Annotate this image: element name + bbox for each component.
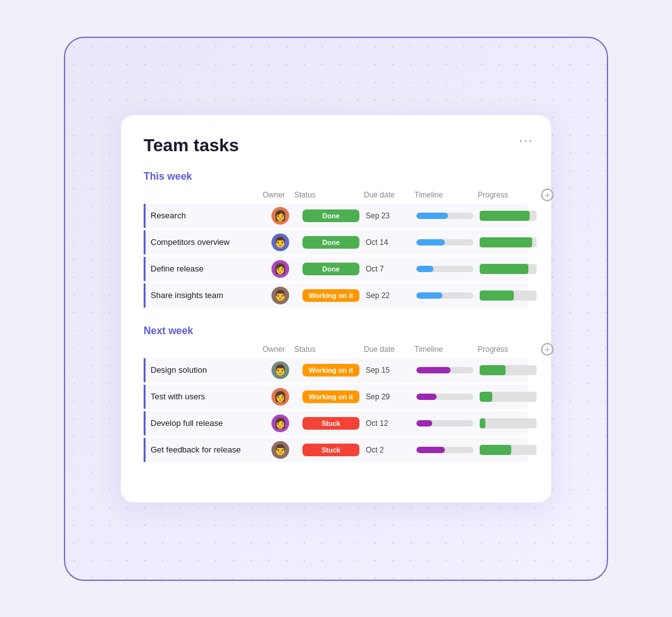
status-badge[interactable]: Stuck (302, 417, 359, 430)
timeline-bar (416, 420, 473, 427)
timeline-bar (416, 447, 473, 453)
outer-frame: Team tasks ··· This weekOwnerStatusDue d… (64, 37, 608, 581)
table-row[interactable]: Define release👩DoneOct 7 (144, 257, 528, 281)
progress-bar (480, 290, 537, 301)
owner-cell: 👩 (264, 414, 296, 432)
table-row[interactable]: Design solution👨Working on itSep 15 (144, 358, 528, 382)
status-cell: Stuck (296, 444, 366, 456)
progress-fill (480, 290, 514, 301)
timeline-fill (416, 292, 442, 299)
status-cell: Stuck (296, 417, 366, 430)
progress-bar (480, 237, 537, 247)
timeline-cell (416, 266, 480, 272)
timeline-bar (416, 239, 473, 246)
progress-fill (480, 264, 528, 274)
section-title-next-week: Next week (144, 325, 528, 337)
card-title: Team tasks (144, 135, 528, 156)
timeline-cell (416, 394, 480, 400)
avatar: 👩 (271, 388, 289, 406)
table-row[interactable]: Develop full release👩StuckOct 12 (144, 411, 528, 435)
timeline-fill (416, 420, 432, 427)
avatar: 👩 (271, 414, 289, 432)
progress-bar (480, 211, 537, 221)
status-badge[interactable]: Working on it (302, 289, 359, 302)
progress-cell (480, 211, 543, 221)
table-row[interactable]: Research👩DoneSep 23 (144, 204, 528, 228)
due-date-cell: Sep 15 (366, 366, 416, 375)
timeline-fill (416, 266, 433, 272)
timeline-bar (416, 394, 473, 400)
due-date-cell: Oct 14 (366, 238, 416, 247)
progress-fill (480, 418, 485, 428)
progress-fill (480, 365, 506, 375)
avatar: 👩 (271, 260, 289, 278)
add-task-button-this-week[interactable]: + (541, 189, 554, 201)
avatar: 👨 (271, 234, 289, 251)
table-row[interactable]: Get feedback for release👨StuckOct 2 (144, 438, 528, 462)
timeline-bar (416, 292, 473, 299)
owner-cell: 👩 (264, 388, 296, 406)
owner-cell: 👨 (264, 441, 296, 459)
progress-fill (480, 211, 530, 221)
status-badge[interactable]: Done (302, 209, 359, 222)
sections-container: This weekOwnerStatusDue dateTimelineProg… (144, 171, 528, 462)
due-date-cell: Oct 7 (366, 265, 416, 273)
timeline-bar (416, 213, 473, 219)
status-cell: Working on it (296, 364, 366, 377)
task-name: Develop full release (151, 418, 264, 428)
due-date-cell: Sep 22 (366, 291, 416, 300)
progress-bar (480, 418, 537, 428)
progress-fill (480, 392, 492, 402)
table-row[interactable]: Competitors overview👨DoneOct 14 (144, 230, 528, 254)
due-date-cell: Sep 23 (366, 211, 416, 220)
status-cell: Done (296, 263, 366, 275)
task-name: Research (151, 211, 264, 220)
progress-bar (480, 365, 537, 375)
owner-cell: 👨 (264, 234, 296, 251)
table-header-next-week: OwnerStatusDue dateTimelineProgress+ (144, 343, 528, 358)
progress-fill (480, 237, 532, 247)
status-badge[interactable]: Working on it (302, 364, 359, 377)
table-row[interactable]: Test with users👩Working on itSep 29 (144, 385, 528, 409)
more-options-button[interactable]: ··· (519, 133, 533, 147)
due-date-cell: Oct 12 (366, 419, 416, 428)
timeline-cell (416, 367, 480, 373)
timeline-cell (416, 420, 480, 427)
avatar: 👨 (271, 287, 289, 304)
progress-cell (480, 237, 543, 247)
timeline-cell (416, 292, 480, 299)
due-date-cell: Oct 2 (366, 446, 416, 454)
timeline-cell (416, 239, 480, 246)
status-cell: Done (296, 209, 366, 222)
status-badge[interactable]: Stuck (302, 444, 359, 456)
task-name: Competitors overview (151, 237, 264, 247)
timeline-bar (416, 266, 473, 272)
section-this-week: This weekOwnerStatusDue dateTimelineProg… (144, 171, 528, 308)
task-name: Test with users (151, 392, 264, 401)
progress-cell (480, 264, 543, 274)
progress-bar (480, 445, 537, 455)
table-row[interactable]: Share insights team👨Working on itSep 22 (144, 284, 528, 308)
task-name: Share insights team (151, 290, 264, 300)
task-name: Design solution (151, 365, 264, 375)
status-badge[interactable]: Done (302, 236, 359, 249)
avatar: 👨 (271, 361, 289, 379)
owner-cell: 👨 (264, 361, 296, 379)
timeline-fill (416, 213, 448, 219)
status-cell: Working on it (296, 390, 366, 403)
timeline-fill (416, 394, 437, 400)
progress-cell (480, 445, 543, 455)
timeline-cell (416, 213, 480, 219)
status-cell: Done (296, 236, 366, 249)
progress-cell (480, 392, 543, 402)
status-badge[interactable]: Done (302, 263, 359, 275)
progress-cell (480, 365, 543, 375)
task-name: Get feedback for release (151, 445, 264, 454)
section-next-week: Next weekOwnerStatusDue dateTimelineProg… (144, 325, 528, 462)
timeline-bar (416, 367, 473, 373)
add-task-button-next-week[interactable]: + (541, 343, 554, 356)
timeline-fill (416, 447, 445, 453)
due-date-cell: Sep 29 (366, 392, 416, 401)
status-badge[interactable]: Working on it (302, 390, 359, 403)
progress-fill (480, 445, 511, 455)
